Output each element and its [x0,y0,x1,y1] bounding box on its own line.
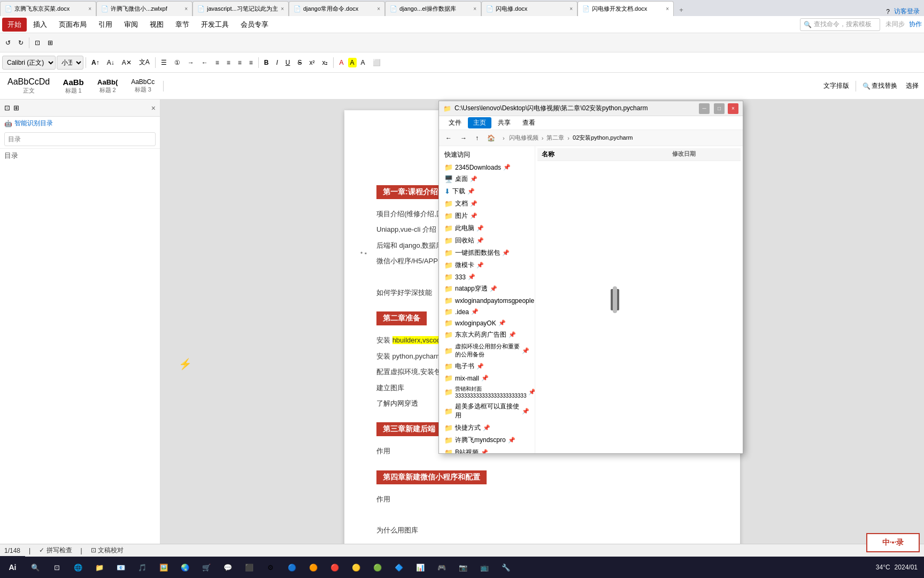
taskbar-task-view[interactable]: ⊡ [47,558,66,577]
fe-tree-xu[interactable]: 📁 许腾飞myndscpro 📌 [441,434,533,446]
indent-increase[interactable]: → [184,57,197,68]
taskbar-app9[interactable]: 📷 [453,558,473,577]
font-size-select[interactable]: 小五 [57,56,83,70]
fe-breadcrumb-2[interactable]: 第二章 [546,134,564,142]
fe-home-button[interactable]: 🏠 [484,133,498,143]
fe-tree-downloads2[interactable]: ⬇ 下载 📌 [441,185,533,197]
taskbar-app2[interactable]: 🟠 [304,558,323,577]
font-color-button[interactable]: A [336,57,346,68]
taskbar-settings[interactable]: ⚙ [261,558,280,577]
fe-tree-tokyo[interactable]: 📁 东京大药房广告图 📌 [441,329,533,341]
taskbar-edge[interactable]: 🌐 [68,558,88,577]
align-right[interactable]: ≡ [235,57,245,68]
fe-scrollbar[interactable] [611,289,619,310]
numbering-button[interactable]: ① [171,57,183,68]
taskbar-app8[interactable]: 🎮 [432,558,451,577]
fe-tree-venv[interactable]: 📁 虚拟环境公用部分和重要的公用备份 📌 [441,341,533,360]
taskbar-app11[interactable]: 🔧 [496,558,515,577]
user-login[interactable]: 访客登录 [894,7,920,16]
bold-button[interactable]: B [261,57,272,68]
fe-tree-trash[interactable]: 📁 回收站 📌 [441,234,533,247]
fe-tree-wxpay[interactable]: 📁 wxloginpayOK 📌 [441,317,533,329]
browser-tab-2[interactable]: 📄 许腾飞微信小...zwlxpf × [96,1,192,16]
tab-close-3[interactable]: × [281,6,284,12]
sidebar-close-button[interactable]: × [151,104,156,112]
text-sort-button[interactable]: 文字排版 [820,80,852,92]
redo-button[interactable]: ↻ [15,37,27,48]
menu-layout[interactable]: 页面布局 [53,18,92,32]
tab-close-2[interactable]: × [184,6,188,12]
style-normal[interactable]: AaBbCcDd 正文 [2,75,55,97]
strikethrough-button[interactable]: S [294,57,305,68]
fe-menu-share[interactable]: 共享 [492,117,516,128]
spell-check-button[interactable]: ✓ 拼写检查 [39,546,72,555]
fe-close-button[interactable]: × [728,103,738,114]
menu-view[interactable]: 视图 [144,18,169,32]
fe-tree-downloads[interactable]: 📁 2345Downloads 📌 [441,162,533,173]
fe-back-button[interactable]: ← [442,133,455,143]
superscript-button[interactable]: x² [306,57,318,68]
doc-compare-button[interactable]: ⊡ 文稿校对 [91,546,124,555]
font-options-button[interactable]: 文A [136,56,153,69]
shading-button[interactable]: A [358,57,368,68]
fe-menu-view[interactable]: 查看 [517,117,541,128]
taskbar-app1[interactable]: 🔵 [282,558,302,577]
help-button[interactable]: ? [886,8,890,16]
taskbar-browser[interactable]: 🌏 [175,558,195,577]
font-name-select[interactable]: Calibri (正文) [2,56,56,70]
menu-chapter[interactable]: 章节 [170,18,195,32]
taskbar-music[interactable]: 🎵 [133,558,152,577]
browser-tab-6[interactable]: 📄 闪电修.docx × [481,1,578,16]
subscript-button[interactable]: x₂ [319,57,331,68]
sidebar-search-input[interactable] [4,132,156,146]
fe-tree-multichk[interactable]: 📁 超美多选框可以直接使用 📌 [441,400,533,422]
taskbar-mail[interactable]: 📧 [111,558,130,577]
fe-scrollbar-thumb[interactable] [613,286,617,313]
browser-tab-3[interactable]: 📄 javascript...习笔记以此为主 × [192,1,289,16]
border-button[interactable]: ⬜ [369,57,384,68]
fe-minimize-button[interactable]: ─ [699,103,710,114]
menu-start[interactable]: 开始 [2,18,27,32]
toolbar-search-placeholder[interactable]: 查找命令，搜索模板 [814,20,872,29]
menu-review[interactable]: 审阅 [119,18,143,32]
fe-tree-desktop[interactable]: 🖥️ 桌面 📌 [441,173,533,185]
panel-toggle[interactable]: ⊞ [44,37,56,48]
style-h3[interactable]: AaBbCc 标题 3 [126,75,160,97]
fe-forward-button[interactable]: → [457,133,470,143]
tab-close-7[interactable]: × [666,6,669,12]
style-h2[interactable]: AaBb( 标题 2 [91,75,124,97]
taskbar-file-manager[interactable]: 📁 [90,558,109,577]
shrink-font-button[interactable]: A↓ [104,57,118,68]
fe-tree-pics[interactable]: 📁 图片 📌 [441,210,533,222]
taskbar-app10[interactable]: 📺 [475,558,494,577]
taskbar-app7[interactable]: 📊 [411,558,430,577]
tab-close-6[interactable]: × [569,6,573,12]
fe-tree-shortcut[interactable]: 📁 快捷方式 📌 [441,422,533,434]
fe-up-button[interactable]: ↑ [472,133,482,143]
taskbar-photos[interactable]: 🖼️ [154,558,173,577]
italic-button[interactable]: I [273,57,281,68]
fe-tree-capture[interactable]: 📁 一键抓图数据包 📌 [441,247,533,259]
browser-tab-5[interactable]: 📄 django...el操作数据库 × [385,1,481,16]
tab-close-5[interactable]: × [473,6,476,12]
undo-button[interactable]: ↺ [2,37,14,48]
taskbar-app4[interactable]: 🟡 [346,558,366,577]
new-tab-button[interactable]: + [674,3,689,16]
style-h1[interactable]: AaBb 标题 1 [57,75,89,97]
fe-tree-docs[interactable]: 📁 文档 📌 [441,197,533,210]
menu-devtools[interactable]: 开发工具 [196,18,234,32]
menu-insert[interactable]: 插入 [28,18,52,32]
fe-breadcrumb-3[interactable]: 02安装python,pycharm [573,134,633,142]
taskbar-app5[interactable]: 🟢 [368,558,387,577]
fe-tree-ebook[interactable]: 📁 电子书 📌 [441,360,533,372]
find-replace-button[interactable]: 🔍 查找替换 [859,80,900,92]
taskbar-store[interactable]: 🛒 [197,558,216,577]
select-button[interactable]: 选择 [903,80,922,92]
tab-close-1[interactable]: × [88,6,91,12]
view-toggle[interactable]: ⊡ [32,37,43,48]
bullets-button[interactable]: ☰ [158,57,170,68]
browser-tab-1[interactable]: 📄 京腾飞东京买菜.docx × [0,1,96,16]
taskbar-app3[interactable]: 🔴 [325,558,344,577]
taskbar-app6[interactable]: 🔷 [389,558,409,577]
menu-reference[interactable]: 引用 [93,18,118,32]
